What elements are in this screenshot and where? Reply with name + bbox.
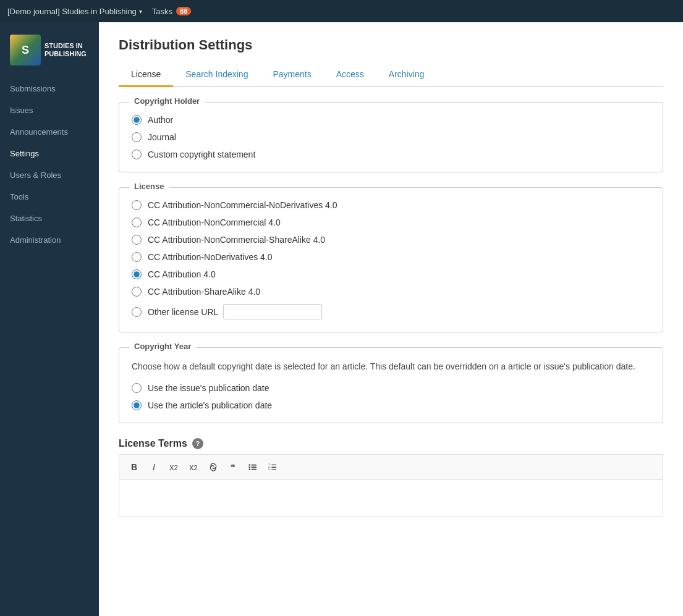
svg-rect-9 [271,467,276,468]
license-cc-nc-sa-label: CC Attribution-NonCommercial-ShareAlike … [148,235,325,245]
license-cc-by[interactable]: CC Attribution 4.0 [132,269,650,279]
journal-selector[interactable]: [Demo journal] Studies in Publishing ▾ [7,7,142,16]
rte-toolbar: B I x2 x2 ❝ 1.2.3. [119,454,663,479]
svg-rect-11 [271,470,276,470]
svg-rect-5 [251,469,257,470]
license-terms-section: License Terms ? B I x2 x2 ❝ [119,438,663,517]
journal-chevron: ▾ [139,8,142,15]
license-cc-sa-radio[interactable] [132,287,142,297]
license-other-radio[interactable] [132,307,142,317]
copyright-year-issue[interactable]: Use the issue's publication date [132,383,650,393]
copyright-holder-custom[interactable]: Custom copyright statement [132,150,650,159]
rte-ordered-list-button[interactable]: 1.2.3. [264,458,281,476]
rte-unordered-list-button[interactable] [244,458,261,476]
svg-text:3.: 3. [268,468,271,471]
license-cc-nc-radio[interactable] [132,217,142,227]
license-cc-nc[interactable]: CC Attribution-NonCommercial 4.0 [132,217,650,227]
license-terms-label: License Terms [119,438,187,449]
copyright-holder-custom-label: Custom copyright statement [148,150,255,159]
license-other[interactable]: Other license URL [132,304,650,319]
logo-text: Studies inPublishing [45,42,87,58]
svg-rect-7 [271,465,276,465]
license-cc-nc-sa[interactable]: CC Attribution-NonCommercial-ShareAlike … [132,235,650,245]
page-header: Distribution Settings License Search Ind… [99,22,683,87]
sidebar-item-submissions[interactable]: Submissions [0,78,99,99]
license-cc-nc-nd[interactable]: CC Attribution-NonCommercial-NoDerivativ… [132,200,650,210]
sidebar: S Studies inPublishing Submissions Issue… [0,22,99,616]
svg-point-4 [248,468,250,470]
license-cc-nd[interactable]: CC Attribution-NoDerivatives 4.0 [132,252,650,262]
license-terms-header: License Terms ? [119,438,663,449]
logo-letter: S [22,44,29,57]
copyright-year-article-label: Use the article's publication date [148,400,272,410]
sidebar-item-tools[interactable]: Tools [0,186,99,208]
license-cc-nc-sa-radio[interactable] [132,235,142,245]
copyright-holder-author-label: Author [148,115,173,125]
rte-content[interactable] [119,479,663,517]
tasks-button[interactable]: Tasks 88 [152,7,191,16]
tab-archiving[interactable]: Archiving [376,63,437,87]
logo-box: S [10,35,41,65]
copyright-year-issue-radio[interactable] [132,383,142,393]
tabs: License Search Indexing Payments Access … [119,63,663,87]
license-cc-nc-label: CC Attribution-NonCommercial 4.0 [148,217,281,227]
rte-superscript-button[interactable]: x2 [165,458,182,476]
copyright-holder-journal-radio[interactable] [132,132,142,142]
copyright-holder-custom-radio[interactable] [132,150,142,159]
copyright-holder-section: Copyright Holder Author Journal Custo [119,102,663,172]
svg-rect-3 [251,466,257,468]
license-cc-nd-label: CC Attribution-NoDerivatives 4.0 [148,252,273,262]
sidebar-item-administration[interactable]: Administration [0,229,99,251]
license-terms-help-icon[interactable]: ? [192,438,203,449]
sidebar-item-announcements[interactable]: Announcements [0,121,99,143]
copyright-year-article-radio[interactable] [132,400,142,410]
copyright-holder-journal[interactable]: Journal [132,132,650,142]
copyright-year-legend: Copyright Year [129,342,196,351]
content-area: Copyright Holder Author Journal Custo [99,87,683,531]
svg-rect-1 [251,465,257,466]
license-other-label: Other license URL [148,307,218,317]
tab-search-indexing[interactable]: Search Indexing [173,63,260,87]
sidebar-item-issues[interactable]: Issues [0,99,99,121]
copyright-holder-author[interactable]: Author [132,115,650,125]
tab-access[interactable]: Access [324,63,376,87]
license-cc-by-label: CC Attribution 4.0 [148,269,216,279]
copyright-year-article[interactable]: Use the article's publication date [132,400,650,410]
copyright-holder-journal-label: Journal [148,132,176,142]
sidebar-item-statistics[interactable]: Statistics [0,208,99,229]
license-cc-sa-label: CC Attribution-ShareAlike 4.0 [148,287,260,297]
license-cc-nc-nd-radio[interactable] [132,200,142,210]
rte-subscript-button[interactable]: x2 [185,458,202,476]
copyright-holder-author-radio[interactable] [132,115,142,125]
tasks-badge: 88 [176,7,191,15]
copyright-holder-legend: Copyright Holder [129,96,205,106]
rte-italic-button[interactable]: I [145,458,163,476]
journal-label: [Demo journal] Studies in Publishing [7,7,137,16]
rte-link-button[interactable] [205,458,222,476]
license-legend: License [129,182,169,191]
sidebar-logo: S Studies inPublishing [0,27,99,78]
copyright-year-section: Copyright Year Choose how a default copy… [119,347,663,423]
tab-license[interactable]: License [119,63,173,87]
svg-point-2 [248,466,250,468]
license-cc-by-radio[interactable] [132,269,142,279]
license-cc-sa[interactable]: CC Attribution-ShareAlike 4.0 [132,287,650,297]
sidebar-item-settings[interactable]: Settings [0,143,99,164]
license-section: License CC Attribution-NonCommercial-NoD… [119,187,663,332]
license-cc-nc-nd-label: CC Attribution-NonCommercial-NoDerivativ… [148,200,337,210]
license-url-input[interactable] [223,304,322,319]
copyright-year-issue-label: Use the issue's publication date [148,383,269,393]
rte-blockquote-button[interactable]: ❝ [224,458,242,476]
sidebar-item-users-roles[interactable]: Users & Roles [0,164,99,186]
license-cc-nd-radio[interactable] [132,252,142,262]
rte-bold-button[interactable]: B [125,458,143,476]
tab-payments[interactable]: Payments [260,63,323,87]
svg-point-0 [248,464,250,466]
main-content: Distribution Settings License Search Ind… [99,22,683,616]
copyright-year-description: Choose how a default copyright date is s… [132,360,650,373]
page-title: Distribution Settings [119,37,663,53]
tasks-label: Tasks [152,7,172,16]
top-bar: [Demo journal] Studies in Publishing ▾ T… [0,0,683,22]
